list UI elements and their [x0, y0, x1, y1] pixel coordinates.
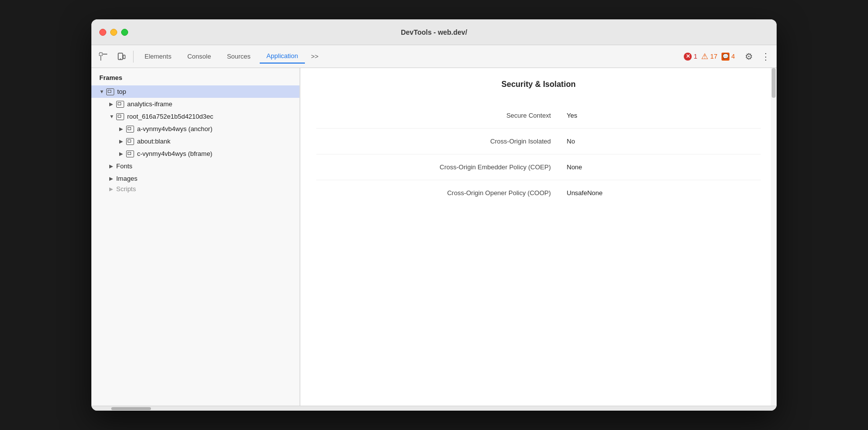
- panel-title: Security & Isolation: [316, 80, 761, 89]
- frame-icon-root: [116, 113, 124, 120]
- settings-button[interactable]: ⚙: [741, 49, 757, 65]
- sidebar-label-fonts: Fonts: [116, 162, 133, 170]
- bottom-scrollbar[interactable]: [91, 406, 777, 411]
- label-coop: Cross-Origin Opener Policy (COOP): [316, 180, 561, 206]
- label-secure-context: Secure Context: [316, 103, 561, 129]
- tab-application[interactable]: Application: [260, 49, 305, 64]
- sidebar-item-anchor[interactable]: ▶ a-vynmy4vb4wys (anchor): [91, 123, 299, 135]
- arrow-bframe: ▶: [119, 151, 125, 156]
- info-badge: 💬 4: [722, 53, 735, 61]
- value-secure-context: Yes: [561, 103, 761, 129]
- panel-scrollbar[interactable]: [771, 68, 777, 406]
- maximize-button[interactable]: [121, 29, 128, 36]
- frame-icon-top: [106, 88, 114, 95]
- sidebar-label-anchor: a-vynmy4vb4wys (anchor): [137, 125, 213, 133]
- arrow-analytics: ▶: [109, 101, 115, 107]
- error-badge: ✕ 1: [684, 53, 697, 61]
- minimize-button[interactable]: [110, 29, 117, 36]
- error-count: 1: [694, 53, 697, 60]
- sidebar-item-analytics-iframe[interactable]: ▶ analytics-iframe: [91, 98, 299, 110]
- toolbar-divider: [133, 51, 134, 63]
- value-coep: None: [561, 154, 761, 180]
- title-bar: DevTools - web.dev/: [91, 19, 777, 45]
- arrow-images: ▶: [109, 176, 115, 181]
- window-title: DevTools - web.dev/: [401, 28, 467, 36]
- tab-console[interactable]: Console: [180, 50, 218, 63]
- table-row-coop: Cross-Origin Opener Policy (COOP) Unsafe…: [316, 180, 761, 206]
- table-row-cross-origin-isolated: Cross-Origin Isolated No: [316, 129, 761, 154]
- sidebar-label-top: top: [117, 88, 126, 95]
- frame-icon-anchor: [126, 126, 134, 133]
- arrow-root: ▼: [109, 114, 115, 119]
- sidebar-label-scripts: Scripts: [116, 185, 136, 193]
- frame-icon-analytics: [116, 101, 124, 108]
- bottom-scrollbar-thumb: [111, 407, 151, 410]
- sidebar-label-bframe: c-vynmy4vb4wys (bframe): [137, 150, 213, 157]
- error-icon: ✕: [684, 53, 692, 61]
- info-icon: 💬: [722, 53, 729, 61]
- device-toggle-button[interactable]: [113, 49, 129, 65]
- arrow-scripts: ▶: [109, 186, 115, 192]
- more-options-button[interactable]: ⋮: [759, 50, 773, 64]
- sidebar: Frames ▼ top ▶ analytics-iframe ▼ root_6…: [91, 68, 300, 406]
- label-cross-origin-isolated: Cross-Origin Isolated: [316, 129, 561, 154]
- tab-sources[interactable]: Sources: [220, 50, 258, 63]
- arrow-top: ▼: [99, 89, 105, 94]
- sidebar-item-fonts[interactable]: ▶ Fonts: [91, 160, 299, 172]
- panel-scrollbar-thumb: [772, 68, 776, 98]
- main-panel: Security & Isolation Secure Context Yes …: [300, 68, 777, 406]
- frame-icon-bframe: [126, 150, 134, 157]
- close-button[interactable]: [99, 29, 106, 36]
- sidebar-item-root[interactable]: ▼ root_616a752e1b5d4210d3ec: [91, 110, 299, 123]
- info-count: 4: [731, 53, 735, 60]
- svg-rect-2: [123, 55, 125, 59]
- svg-rect-0: [99, 53, 102, 56]
- sidebar-item-images[interactable]: ▶ Images: [91, 172, 299, 185]
- sidebar-item-bframe[interactable]: ▶ c-vynmy4vb4wys (bframe): [91, 147, 299, 160]
- more-tabs-button[interactable]: >>: [307, 50, 322, 63]
- sidebar-section-frames: Frames: [91, 68, 299, 85]
- toolbar: Elements Console Sources Application >> …: [91, 45, 777, 68]
- svg-point-3: [120, 58, 121, 59]
- warning-count: 17: [710, 53, 717, 60]
- table-row-coep: Cross-Origin Embedder Policy (COEP) None: [316, 154, 761, 180]
- inspector-button[interactable]: [95, 49, 111, 65]
- sidebar-label-analytics: analytics-iframe: [127, 100, 172, 108]
- warning-badge: ⚠ 17: [701, 52, 717, 61]
- tab-elements[interactable]: Elements: [138, 50, 178, 63]
- value-coop: UnsafeNone: [561, 180, 761, 206]
- arrow-anchor: ▶: [119, 126, 125, 132]
- table-row-secure-context: Secure Context Yes: [316, 103, 761, 129]
- label-coep: Cross-Origin Embedder Policy (COEP): [316, 154, 561, 180]
- frame-icon-blank: [126, 138, 134, 145]
- value-cross-origin-isolated: No: [561, 129, 761, 154]
- sidebar-item-scripts[interactable]: ▶ Scripts: [91, 185, 299, 193]
- main-content: Frames ▼ top ▶ analytics-iframe ▼ root_6…: [91, 68, 777, 406]
- arrow-blank: ▶: [119, 139, 125, 144]
- sidebar-label-images: Images: [116, 175, 138, 182]
- arrow-fonts: ▶: [109, 163, 115, 169]
- traffic-lights: [99, 29, 128, 36]
- sidebar-label-blank: about:blank: [137, 138, 170, 145]
- sidebar-item-top[interactable]: ▼ top: [91, 85, 299, 98]
- sidebar-label-root: root_616a752e1b5d4210d3ec: [127, 113, 214, 120]
- security-info-table: Secure Context Yes Cross-Origin Isolated…: [316, 103, 761, 206]
- sidebar-item-blank[interactable]: ▶ about:blank: [91, 135, 299, 147]
- devtools-window: DevTools - web.dev/ Elements Console Sou…: [91, 19, 777, 411]
